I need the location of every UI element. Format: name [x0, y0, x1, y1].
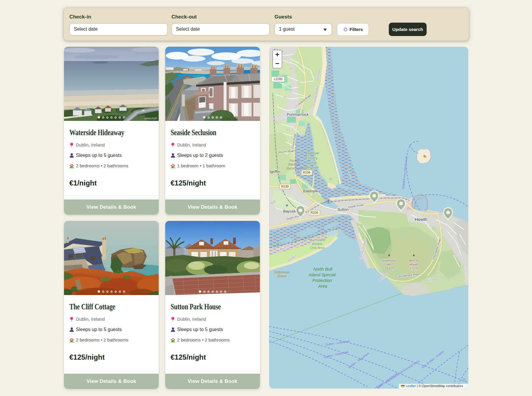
svg-text:R106: R106: [303, 171, 310, 174]
svg-text:Strand: Strand: [277, 274, 287, 278]
svg-text:ct): ct): [462, 378, 466, 382]
svg-text:Area: Area: [318, 284, 327, 289]
svg-text:| © OpenStreetMap contributors: | © OpenStreetMap contributors: [417, 384, 463, 388]
svg-text:Estuary: Estuary: [305, 156, 318, 160]
svg-text:Dollymount: Dollymount: [274, 270, 290, 274]
svg-text:L2160: L2160: [274, 77, 282, 81]
svg-text:ngriffin: ngriffin: [269, 169, 280, 174]
svg-text:Baldoyle: Baldoyle: [288, 163, 300, 166]
svg-text:Reserve: Reserve: [305, 166, 319, 170]
svg-text:Nature: Nature: [305, 161, 317, 165]
svg-text:R105: R105: [311, 211, 318, 214]
svg-text:Shielmartin: Shielmartin: [381, 259, 397, 262]
svg-text:Former: Former: [290, 159, 300, 162]
svg-text:Bull Island: Bull Island: [310, 238, 325, 242]
svg-text:Racecourse: Racecourse: [286, 166, 303, 170]
svg-text:Portmarnock: Portmarnock: [287, 112, 309, 117]
svg-text:163 m: 163 m: [385, 266, 393, 270]
svg-text:R139: R139: [281, 185, 288, 188]
svg-text:Ben of: Ben of: [409, 259, 418, 262]
svg-text:Hill: Hill: [387, 263, 391, 266]
svg-text:Baldoyle: Baldoyle: [303, 189, 318, 193]
svg-text:North Bull: North Bull: [313, 267, 332, 272]
svg-text:Protection: Protection: [312, 278, 332, 283]
svg-text:Sutton: Sutton: [337, 207, 349, 212]
svg-text:Only Area: Only Area: [310, 246, 325, 250]
svg-text:171 m: 171 m: [409, 266, 418, 270]
svg-text:Howth: Howth: [415, 217, 428, 222]
svg-text:Baldoyle: Baldoyle: [305, 151, 319, 155]
svg-text:Wildlife: Wildlife: [312, 242, 322, 246]
svg-text:Island Special: Island Special: [309, 272, 336, 277]
svg-text:Bayside: Bayside: [283, 209, 297, 213]
svg-text:Howth: Howth: [409, 263, 418, 266]
svg-text:Leaflet: Leaflet: [406, 384, 416, 388]
